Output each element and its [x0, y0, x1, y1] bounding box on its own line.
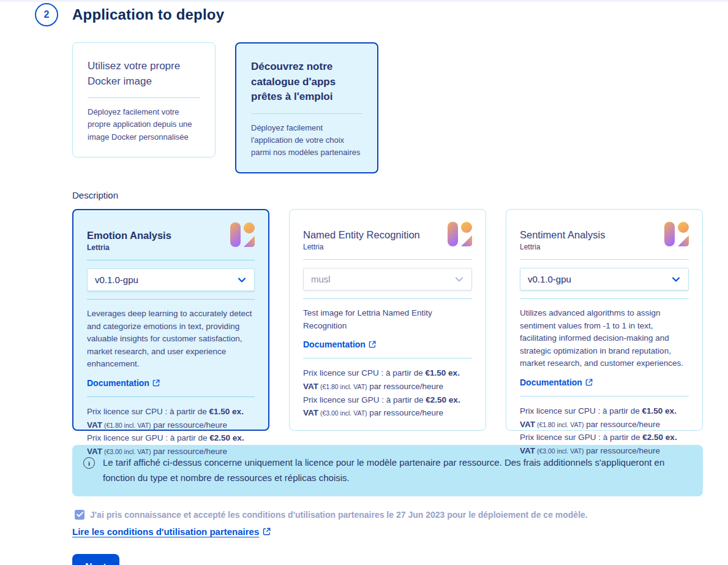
divider — [303, 358, 472, 358]
divider — [303, 298, 472, 299]
terms-checkbox-label: J'ai pris connaissance et accepté les co… — [90, 509, 588, 521]
divider — [520, 298, 689, 299]
divider — [87, 299, 255, 300]
terms-link[interactable]: Lire les conditions d'utilisation parten… — [72, 526, 271, 537]
chevron-down-icon — [454, 275, 464, 284]
info-icon: i — [83, 457, 95, 469]
app-description: Utilizes advanced algorithms to assign s… — [520, 307, 689, 370]
divider — [87, 260, 255, 260]
external-link-icon — [263, 528, 271, 536]
step-number: 2 — [44, 9, 50, 20]
lettria-logo-icon — [230, 222, 255, 247]
divider — [520, 396, 689, 396]
app-name: Emotion Analysis — [87, 230, 171, 241]
documentation-label: Documentation — [520, 377, 582, 387]
chevron-down-icon — [237, 275, 247, 285]
divider — [251, 113, 362, 114]
option-description: Déployez facilement votre propre applica… — [88, 106, 200, 143]
app-description: Leverages deep learning to accurately de… — [87, 308, 255, 371]
divider — [87, 396, 255, 397]
external-link-icon — [369, 341, 376, 348]
external-link-icon — [152, 379, 160, 387]
lettria-logo-icon — [448, 222, 472, 246]
app-vendor: Lettria — [87, 243, 171, 252]
app-card-sentiment-analysis[interactable]: Sentiment Analysis Lettria v0.1.0-gpu Ut… — [506, 209, 703, 431]
pricing-cpu: Prix licence sur CPU : à partir de €1.50… — [303, 366, 472, 393]
app-name: Named Entity Recognition — [303, 229, 420, 241]
divider — [88, 97, 200, 98]
checkmark-icon — [77, 512, 83, 517]
pricing-info-text: Le tarif affiché ci-dessus concerne uniq… — [103, 455, 691, 486]
app-description: Test image for Lettria Named Entity Reco… — [303, 307, 472, 332]
pricing-cpu: Prix licence sur CPU : à partir de €1.50… — [520, 404, 689, 431]
pricing-gpu: Prix licence sur GPU : à partir de €2.50… — [520, 431, 689, 457]
next-button[interactable]: Next — [72, 554, 119, 565]
external-link-icon — [585, 379, 593, 386]
terms-section: J'ai pris connaissance et accepté les co… — [72, 509, 703, 538]
pricing-gpu: Prix licence sur GPU : à partir de €2.50… — [87, 431, 255, 458]
page-title: Application to deploy — [72, 6, 224, 23]
app-catalog: Emotion Analysis Lettria v0.1.0-gpu Leve… — [72, 209, 703, 431]
option-card-docker-image[interactable]: Utilisez votre propre Docker image Déplo… — [72, 42, 216, 157]
terms-link-label: Lire les conditions d'utilisation parten… — [72, 526, 259, 537]
app-vendor: Lettria — [303, 243, 420, 251]
version-select-value: musl — [311, 274, 331, 284]
option-title: Découvrez notre catalogue d'apps prêtes … — [251, 59, 362, 105]
pricing-gpu: Prix licence sur GPU : à partir de €2.50… — [303, 393, 472, 420]
documentation-link[interactable]: Documentation — [520, 377, 593, 387]
description-label: Description — [72, 190, 703, 200]
divider — [520, 259, 689, 260]
documentation-label: Documentation — [87, 378, 149, 388]
app-card-emotion-analysis[interactable]: Emotion Analysis Lettria v0.1.0-gpu Leve… — [72, 209, 269, 431]
app-vendor: Lettria — [520, 243, 605, 251]
version-select-value: v0.1.0-gpu — [528, 274, 571, 284]
chevron-down-icon — [671, 275, 681, 284]
app-name: Sentiment Analysis — [520, 229, 605, 241]
documentation-link[interactable]: Documentation — [87, 378, 160, 388]
version-select[interactable]: musl — [303, 268, 472, 290]
deploy-mode-options: Utilisez votre propre Docker image Déplo… — [72, 42, 703, 173]
terms-checkbox[interactable] — [75, 510, 84, 520]
option-description: Déployez facilement l'application de vot… — [251, 122, 362, 159]
option-title: Utilisez votre propre Docker image — [88, 59, 200, 89]
option-card-app-catalog[interactable]: Découvrez notre catalogue d'apps prêtes … — [235, 42, 378, 173]
lettria-logo-icon — [664, 222, 689, 246]
step-header: 2 Application to deploy — [0, 0, 728, 26]
divider — [303, 259, 472, 260]
documentation-link[interactable]: Documentation — [303, 339, 376, 349]
version-select[interactable]: v0.1.0-gpu — [87, 268, 255, 291]
step-number-badge: 2 — [35, 3, 58, 26]
app-card-named-entity-recognition[interactable]: Named Entity Recognition Lettria musl Te… — [289, 209, 486, 431]
version-select-value: v0.1.0-gpu — [95, 275, 138, 285]
documentation-label: Documentation — [303, 339, 366, 349]
pricing-cpu: Prix licence sur CPU : à partir de €1.50… — [87, 405, 255, 431]
version-select[interactable]: v0.1.0-gpu — [520, 268, 689, 290]
